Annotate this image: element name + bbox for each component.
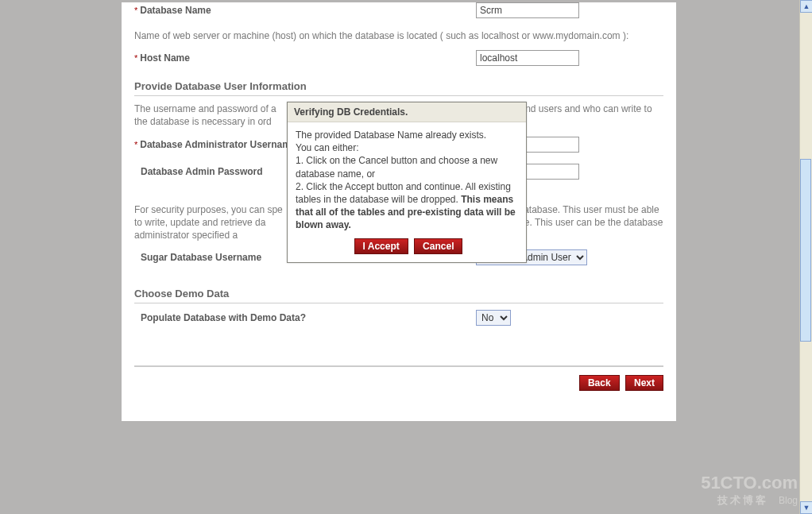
divider — [134, 95, 663, 96]
row-host-name: * Host Name — [134, 50, 663, 66]
footer-bar: Back Next — [134, 365, 663, 391]
scroll-down-icon[interactable]: ▼ — [800, 501, 812, 514]
watermark-logo: 51CTO.com — [701, 473, 798, 493]
scroll-thumb[interactable] — [800, 159, 811, 342]
select-demo-data[interactable]: No — [476, 310, 511, 326]
back-button[interactable]: Back — [579, 375, 620, 391]
watermark: 51CTO.com 技术博客 Blog — [701, 473, 798, 508]
watermark-blog: Blog — [779, 495, 798, 506]
vertical-scrollbar[interactable]: ▲ ▼ — [799, 0, 812, 514]
section-title-demo: Choose Demo Data — [134, 288, 663, 300]
cancel-button[interactable]: Cancel — [414, 238, 462, 254]
label-sugar-username: Sugar Database Username — [141, 252, 261, 263]
section-title-user-info: Provide Database User Information — [134, 80, 663, 92]
modal-title: Verifying DB Credentials. — [288, 102, 526, 122]
host-description: Name of web server or machine (host) on … — [134, 29, 663, 42]
modal-text-line: You can either: — [296, 141, 518, 154]
label-database-name: Database Name — [140, 5, 211, 16]
watermark-sub: 技术博客 — [717, 494, 768, 506]
input-database-name[interactable] — [476, 2, 579, 18]
modal-text-line: The provided Database Name already exist… — [296, 129, 518, 141]
scroll-up-icon[interactable]: ▲ — [800, 0, 812, 13]
verify-credentials-modal: Verifying DB Credentials. The provided D… — [287, 102, 527, 263]
divider — [134, 303, 663, 303]
label-admin-username: Database Administrator Usernam — [140, 139, 291, 150]
label-demo-data: Populate Database with Demo Data? — [141, 312, 306, 323]
modal-body: The provided Database Name already exist… — [288, 122, 526, 262]
label-host-name: Host Name — [140, 52, 190, 64]
required-marker: * — [134, 6, 137, 15]
required-marker: * — [134, 53, 137, 63]
input-host-name[interactable] — [476, 50, 579, 66]
modal-text-line: 1. Click on the Cancel button and choose… — [296, 154, 518, 180]
required-marker: * — [134, 140, 137, 149]
next-button[interactable]: Next — [625, 375, 663, 391]
label-admin-password: Database Admin Password — [141, 166, 263, 177]
modal-buttons: I Accept Cancel — [296, 238, 518, 254]
row-demo-data: Populate Database with Demo Data? No — [134, 310, 663, 326]
accept-button[interactable]: I Accept — [354, 238, 408, 254]
row-database-name: * Database Name — [134, 2, 663, 18]
